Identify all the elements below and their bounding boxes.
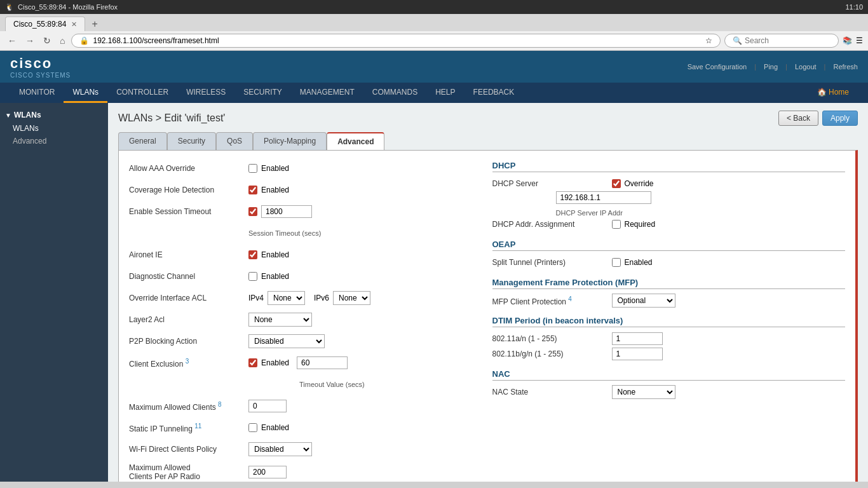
os-logo: 🐧 — [5, 3, 14, 11]
os-bar: 🐧 Cisco_55:89:84 - Mozilla Firefox 11:10 — [0, 0, 868, 14]
dhcp-addr-assignment-row: DHCP Addr. Assignment Required — [492, 217, 846, 232]
split-tunnel-checkbox[interactable] — [612, 258, 621, 267]
address-bar[interactable]: 🔒 ☆ — [71, 34, 721, 48]
p2p-blocking-action-select[interactable]: Disabled — [248, 334, 325, 348]
tab-security[interactable]: Security — [167, 132, 216, 150]
max-allowed-clients-footnote-link[interactable]: 8 — [218, 401, 222, 408]
session-timeout-sub-row: Session Timeout (secs) — [129, 226, 482, 241]
nav-item-feedback[interactable]: FEEDBACK — [465, 83, 524, 103]
os-title: Cisco_55:89:84 - Mozilla Firefox — [18, 3, 118, 11]
nac-state-select[interactable]: None — [612, 385, 675, 399]
mfp-footnote-link[interactable]: 4 — [568, 295, 572, 302]
dhcp-addr-assignment-checkbox[interactable] — [612, 220, 621, 229]
browser-tab[interactable]: Cisco_55:89:84 ✕ — [5, 17, 85, 31]
nav-item-wireless[interactable]: WIRELESS — [177, 83, 234, 103]
apply-button[interactable]: Apply — [822, 111, 858, 126]
tab-close-button[interactable]: ✕ — [71, 20, 77, 29]
dtim-80211bgn-input[interactable] — [612, 348, 663, 360]
session-timeout-input[interactable] — [261, 205, 312, 218]
logout-link[interactable]: Logout — [795, 63, 817, 71]
back-button[interactable]: ← — [5, 34, 19, 47]
dhcp-section: DHCP DHCP Server Override — [492, 161, 846, 232]
refresh-link[interactable]: Refresh — [833, 63, 858, 71]
cisco-app: cisco CISCO SYSTEMS Save Configuration |… — [0, 51, 868, 482]
static-ip-tunneling-label: Static IP Tunneling 11 — [129, 423, 243, 433]
tab-general[interactable]: General — [118, 132, 167, 150]
nac-section-header: NAC — [492, 369, 846, 381]
coverage-hole-detection-checkbox[interactable] — [248, 186, 257, 194]
aironet-ie-checkbox[interactable] — [248, 250, 257, 259]
browser-nav-bar: ← → ↻ ⌂ 🔒 ☆ 🔍 📚 ☰ — [0, 31, 868, 50]
coverage-hole-detection-value: Enabled — [248, 186, 289, 194]
lock-icon: 🔒 — [79, 36, 89, 45]
nav-item-management[interactable]: MANAGEMENT — [291, 83, 363, 103]
nav-item-help[interactable]: HELP — [426, 83, 464, 103]
p2p-blocking-action-label: P2P Blocking Action — [129, 337, 243, 346]
mfp-client-protection-select[interactable]: Optional Required Disabled — [612, 294, 675, 308]
nav-item-security[interactable]: SECURITY — [234, 83, 291, 103]
nav-item-controller[interactable]: CONTROLLER — [107, 83, 177, 103]
max-allowed-clients-per-ap-input[interactable] — [248, 466, 287, 478]
settings-panel: Allow AAA Override Enabled Coverage Hole… — [118, 150, 858, 482]
sidebar-section-wlans[interactable]: ▼ WLANs — [0, 108, 108, 122]
ipv4-select[interactable]: None — [268, 291, 305, 305]
nac-state-value: None — [612, 385, 675, 399]
mfp-client-protection-row: MFP Client Protection 4 Optional Require… — [492, 293, 846, 308]
dtim-80211an-label: 802.11a/n (1 - 255) — [492, 334, 607, 343]
nav-item-wlans[interactable]: WLANs — [64, 83, 107, 103]
cisco-logo-area: cisco CISCO SYSTEMS — [10, 55, 71, 79]
sidebar-item-wlans[interactable]: WLANs — [0, 122, 108, 135]
forward-button[interactable]: → — [23, 34, 37, 47]
coverage-hole-detection-label: Coverage Hole Detection — [129, 186, 243, 194]
tab-advanced[interactable]: Advanced — [327, 132, 384, 150]
allow-aaa-override-text: Enabled — [261, 164, 289, 173]
dhcp-server-ip-input[interactable] — [556, 191, 651, 204]
max-allowed-clients-per-ap-row: Maximum AllowedClients Per AP Radio — [129, 463, 482, 481]
reload-button[interactable]: ↻ — [41, 34, 53, 47]
allow-aaa-override-value: Enabled — [248, 164, 289, 173]
client-exclusion-checkbox[interactable] — [248, 358, 257, 367]
ipv6-select[interactable]: None — [333, 291, 370, 305]
layer2-acl-select[interactable]: None — [248, 313, 312, 327]
static-ip-tunneling-row: Static IP Tunneling 11 Enabled — [129, 420, 482, 435]
client-exclusion-footnote-link[interactable]: 3 — [186, 358, 189, 365]
max-allowed-clients-input[interactable] — [248, 400, 287, 412]
nav-item-commands[interactable]: COMMANDS — [363, 83, 426, 103]
ping-link[interactable]: Ping — [764, 63, 778, 71]
sidebar-item-advanced[interactable]: Advanced — [0, 135, 108, 147]
search-input[interactable] — [745, 36, 831, 45]
action-buttons: < Back Apply — [778, 111, 858, 126]
dtim-80211an-input[interactable] — [612, 332, 663, 345]
static-ip-tunneling-checkbox[interactable] — [248, 423, 257, 432]
content-wrapper: WLANs > Edit 'wifi_test' < Back Apply Ge… — [118, 111, 858, 482]
dhcp-server-ip-row: DHCP Server IP Addr — [556, 191, 846, 217]
back-button[interactable]: < Back — [778, 111, 818, 126]
static-ip-tunneling-footnote-link[interactable]: 11 — [194, 423, 201, 430]
nav-item-home[interactable]: 🏠 Home — [808, 83, 858, 103]
allow-aaa-override-row: Allow AAA Override Enabled — [129, 161, 482, 176]
nac-section: NAC NAC State None — [492, 369, 846, 400]
page-title-bar: WLANs > Edit 'wifi_test' < Back Apply — [118, 111, 858, 126]
search-bar-container[interactable]: 🔍 — [724, 34, 839, 48]
save-configuration-link[interactable]: Save Configuration — [688, 63, 747, 71]
session-timeout-checkbox[interactable] — [248, 207, 257, 216]
bookmarks-icon: 📚 — [843, 36, 852, 45]
wifi-direct-clients-policy-label: Wi-Fi Direct Clients Policy — [129, 445, 243, 454]
diagnostic-channel-checkbox[interactable] — [248, 272, 257, 281]
allow-aaa-override-checkbox[interactable] — [248, 164, 257, 173]
session-timeout-label: Enable Session Timeout — [129, 207, 243, 216]
aironet-ie-value: Enabled — [248, 250, 289, 259]
cisco-header-links: Save Configuration | Ping | Logout | Ref… — [688, 63, 858, 71]
tab-policy-mapping[interactable]: Policy-Mapping — [253, 132, 327, 150]
home-button[interactable]: ⌂ — [57, 34, 67, 47]
url-input[interactable] — [93, 36, 702, 45]
tab-qos[interactable]: QoS — [216, 132, 253, 150]
new-tab-button[interactable]: + — [88, 17, 101, 31]
wifi-direct-clients-policy-select[interactable]: Disabled — [248, 442, 312, 456]
tab-title: Cisco_55:89:84 — [13, 20, 66, 29]
nav-item-monitor[interactable]: MONITOR — [10, 83, 64, 103]
client-exclusion-timeout-input[interactable] — [297, 356, 348, 369]
dhcp-server-checkbox[interactable] — [612, 179, 621, 188]
main-area: ▼ WLANs WLANs Advanced WLANs > Edit 'wif… — [0, 103, 868, 482]
diagnostic-channel-text: Enabled — [261, 272, 289, 281]
